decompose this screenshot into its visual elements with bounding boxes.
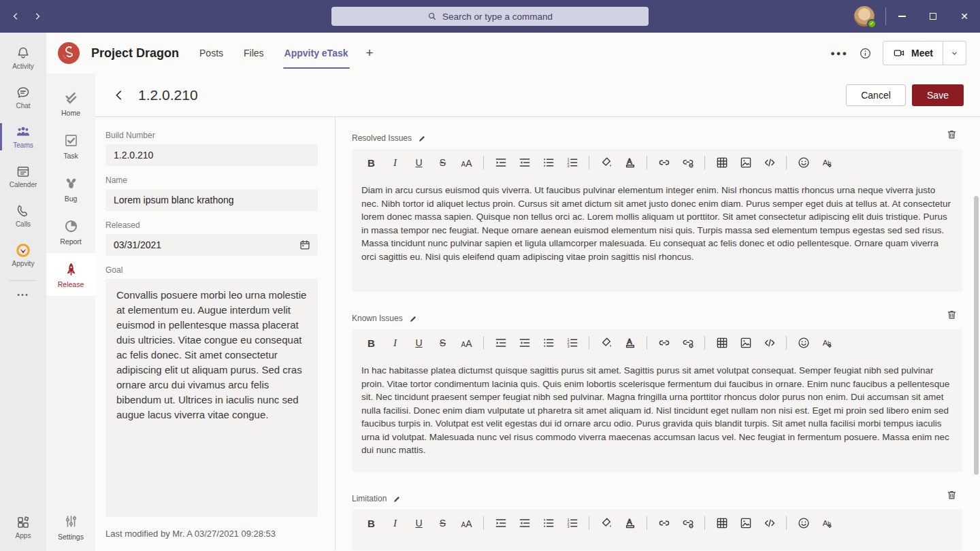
outdent-icon[interactable] — [517, 516, 532, 531]
cancel-button[interactable]: Cancel — [846, 84, 906, 106]
indent-icon[interactable] — [493, 336, 508, 350]
richtext-content[interactable]: Diam in arcu cursus euismod quis viverra… — [352, 176, 962, 292]
emoji-icon[interactable] — [796, 516, 811, 531]
table-icon[interactable] — [715, 516, 729, 531]
font-size-icon[interactable]: AA — [459, 156, 474, 170]
edit-icon[interactable] — [409, 314, 418, 323]
code-icon[interactable] — [762, 156, 777, 170]
table-icon[interactable] — [715, 156, 729, 170]
goal-textarea[interactable]: Convallis posuere morbi leo urna molesti… — [105, 279, 318, 517]
strikethrough-icon[interactable]: S — [436, 516, 450, 531]
link-icon[interactable] — [657, 516, 671, 531]
bullet-list-icon[interactable] — [541, 516, 555, 531]
number-list-icon[interactable]: 123 — [565, 156, 579, 170]
highlight-icon[interactable] — [599, 336, 613, 350]
rail-item-calls[interactable]: Calls — [0, 196, 46, 235]
save-button[interactable]: Save — [912, 84, 964, 106]
name-input[interactable]: Lorem ipsum blanc krathong — [105, 189, 318, 211]
edit-icon[interactable] — [393, 495, 402, 503]
clear-format-icon[interactable]: Ab — [820, 156, 834, 170]
font-size-icon[interactable]: AA — [459, 516, 474, 531]
released-input[interactable]: 03/31/2021 — [105, 234, 318, 256]
vertical-scrollbar[interactable] — [974, 196, 979, 475]
font-color-icon[interactable]: A — [623, 156, 637, 170]
delete-section-button[interactable] — [946, 488, 958, 501]
underline-icon[interactable]: U — [412, 516, 426, 531]
tab-files[interactable]: Files — [244, 33, 264, 73]
sidebar-item-home[interactable]: Home — [46, 82, 95, 124]
meet-button[interactable]: Meet — [883, 41, 943, 65]
link-icon[interactable] — [657, 156, 671, 170]
table-icon[interactable] — [715, 336, 729, 350]
italic-icon[interactable]: I — [388, 156, 402, 170]
clear-format-icon[interactable]: Ab — [820, 336, 834, 350]
add-tab-button[interactable]: + — [366, 46, 374, 61]
sidebar-item-task[interactable]: Task — [46, 124, 95, 167]
sidebar-item-settings[interactable]: Settings — [46, 505, 95, 548]
indent-icon[interactable] — [493, 516, 508, 531]
sidebar-item-report[interactable]: Report — [46, 210, 95, 253]
strikethrough-icon[interactable]: S — [436, 336, 450, 350]
rail-item-activity[interactable]: Activity — [0, 38, 46, 78]
avatar[interactable]: ✓ — [854, 6, 875, 27]
italic-icon[interactable]: I — [388, 336, 402, 350]
outdent-icon[interactable] — [517, 336, 532, 350]
font-color-icon[interactable]: A — [623, 336, 637, 350]
back-button[interactable] — [112, 88, 126, 102]
bullet-list-icon[interactable] — [541, 156, 555, 170]
indent-icon[interactable] — [493, 156, 508, 170]
emoji-icon[interactable] — [796, 156, 811, 170]
unlink-icon[interactable] — [681, 516, 695, 531]
channel-more-options-button[interactable]: ●●● — [830, 49, 848, 57]
code-icon[interactable] — [762, 336, 777, 350]
number-list-icon[interactable]: 123 — [565, 336, 579, 350]
number-list-icon[interactable]: 123 — [565, 516, 579, 531]
rail-item-apps[interactable]: Apps — [0, 507, 46, 547]
tab-appvity-etask[interactable]: Appvity eTask — [284, 33, 348, 73]
edit-icon[interactable] — [418, 134, 427, 143]
strikethrough-icon[interactable]: S — [436, 156, 450, 170]
rail-item-appvity[interactable]: Appvity — [0, 235, 46, 275]
unlink-icon[interactable] — [681, 156, 695, 170]
richtext-content[interactable] — [352, 537, 962, 550]
link-icon[interactable] — [657, 336, 671, 350]
richtext-content[interactable]: In hac habitasse platea dictumst quisque… — [352, 356, 962, 472]
meet-options-button[interactable] — [943, 41, 966, 65]
font-color-icon[interactable]: A — [623, 516, 637, 531]
delete-section-button[interactable] — [946, 128, 958, 141]
minimize-button[interactable] — [886, 0, 917, 33]
image-icon[interactable] — [738, 156, 753, 170]
history-back-button[interactable] — [7, 7, 24, 25]
rail-item-chat[interactable]: Chat — [0, 78, 46, 117]
bold-icon[interactable]: B — [364, 336, 378, 350]
search-input[interactable]: Search or type a command — [331, 7, 649, 26]
more-apps-button[interactable]: ••• — [17, 290, 29, 299]
bold-icon[interactable]: B — [364, 156, 378, 170]
underline-icon[interactable]: U — [412, 336, 426, 350]
code-icon[interactable] — [762, 516, 777, 531]
rail-item-teams[interactable]: Teams — [0, 117, 46, 156]
image-icon[interactable] — [738, 336, 753, 350]
maximize-button[interactable] — [917, 0, 949, 33]
underline-icon[interactable]: U — [412, 156, 426, 170]
unlink-icon[interactable] — [681, 336, 695, 350]
bold-icon[interactable]: B — [364, 516, 378, 531]
calendar-icon[interactable] — [299, 239, 311, 251]
sidebar-item-bug[interactable]: Bug — [46, 167, 95, 210]
image-icon[interactable] — [738, 516, 753, 531]
emoji-icon[interactable] — [796, 336, 811, 350]
rail-item-calender[interactable]: Calender — [0, 156, 46, 196]
clear-format-icon[interactable]: Ab — [820, 516, 834, 531]
highlight-icon[interactable] — [599, 516, 613, 531]
build-number-input[interactable]: 1.2.0.210 — [105, 144, 318, 166]
info-icon[interactable] — [859, 47, 872, 60]
close-button[interactable]: ✕ — [949, 0, 980, 33]
highlight-icon[interactable] — [599, 156, 613, 170]
history-forward-button[interactable] — [29, 7, 46, 25]
delete-section-button[interactable] — [946, 308, 958, 321]
tab-posts[interactable]: Posts — [199, 33, 223, 73]
sidebar-item-release[interactable]: Release — [46, 253, 95, 296]
font-size-icon[interactable]: AA — [459, 336, 474, 350]
outdent-icon[interactable] — [517, 156, 532, 170]
bullet-list-icon[interactable] — [541, 336, 555, 350]
